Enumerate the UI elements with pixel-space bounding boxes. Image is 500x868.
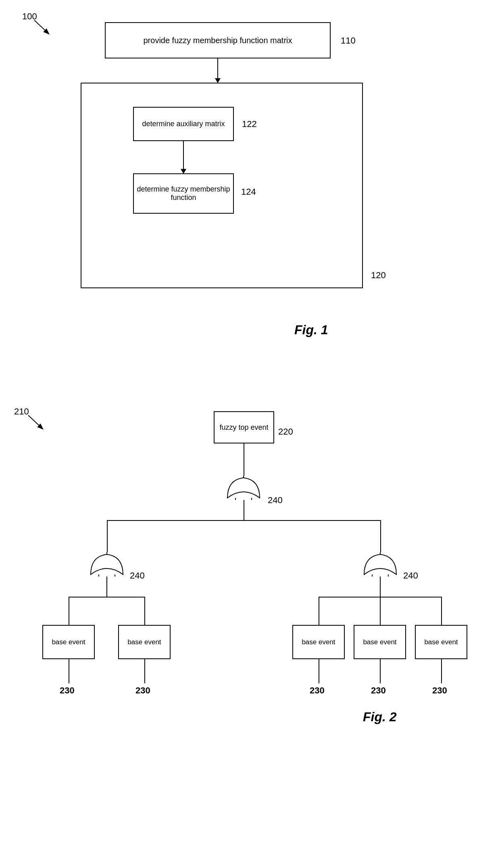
svg-text:100: 100	[22, 11, 37, 21]
label-120: 120	[371, 270, 386, 281]
svg-line-1	[34, 20, 48, 33]
fig1-diagram: 100 provide fuzzy membership function ma…	[0, 0, 500, 383]
box-110-label: provide fuzzy membership function matrix	[143, 36, 292, 45]
line-lbe2-down	[144, 659, 145, 683]
label-230-rbe2: 230	[371, 685, 386, 696]
line-horiz-top	[107, 520, 381, 521]
label-124: 124	[241, 187, 256, 197]
arrow-110-to-120	[217, 58, 218, 83]
fig1-caption: Fig. 1	[294, 323, 328, 337]
gate-240-top	[223, 476, 264, 500]
box-lbe2-label: base event	[127, 638, 161, 646]
box-rbe2-label: base event	[363, 638, 396, 646]
label-220: 220	[278, 427, 293, 437]
line-rbe2-down	[380, 659, 381, 683]
svg-line-3	[28, 415, 42, 429]
line-rbe1-up	[319, 597, 319, 625]
box-base-rbe2: base event	[354, 625, 406, 659]
label-230-lbe2: 230	[135, 685, 150, 696]
line-rbe2-up	[380, 597, 381, 625]
label-240-top: 240	[268, 495, 283, 506]
label-122: 122	[242, 119, 257, 129]
box-220: fuzzy top event	[214, 411, 274, 443]
label-210: 210	[14, 406, 50, 436]
line-gate-top	[244, 500, 244, 520]
line-right-gate-down	[380, 577, 381, 597]
line-right-branch	[380, 520, 381, 552]
line-left-branch	[107, 520, 108, 552]
label-230-rbe3: 230	[432, 685, 447, 696]
line-left-gate-down	[106, 577, 107, 597]
fig2-caption: Fig. 2	[363, 710, 397, 724]
label-240-left: 240	[130, 570, 145, 581]
line-lbe1-down	[69, 659, 69, 683]
line-rbe3-up	[441, 597, 442, 625]
box-base-rbe3: base event	[415, 625, 467, 659]
line-lbe1-up	[69, 597, 69, 625]
line-horiz-left	[69, 597, 145, 597]
box-110: provide fuzzy membership function matrix	[105, 22, 331, 58]
line-lbe2-up	[144, 597, 145, 625]
box-rbe3-label: base event	[424, 638, 458, 646]
label-230-rbe1: 230	[310, 685, 325, 696]
box-122-label: determine auxiliary matrix	[142, 120, 225, 128]
arrow-122-to-124	[183, 141, 184, 173]
line-rbe3-down	[441, 659, 442, 683]
box-220-label: fuzzy top event	[219, 423, 268, 432]
box-122: determine auxiliary matrix	[133, 107, 234, 141]
box-base-lbe1: base event	[42, 625, 95, 659]
box-124: determine fuzzy membership function	[133, 173, 234, 214]
label-240-right: 240	[403, 570, 418, 581]
box-rbe1-label: base event	[302, 638, 335, 646]
box-124-label: determine fuzzy membership function	[134, 185, 233, 202]
line-rbe1-down	[319, 659, 319, 683]
fig2-diagram: 210 fuzzy top event 220	[0, 395, 500, 868]
label-230-lbe1: 230	[60, 685, 75, 696]
label-110: 110	[341, 35, 356, 46]
gate-240-left	[87, 552, 127, 577]
box-base-rbe1: base event	[292, 625, 345, 659]
gate-240-right	[360, 552, 400, 577]
label-100: 100	[22, 11, 58, 41]
box-lbe1-label: base event	[52, 638, 85, 646]
svg-text:210: 210	[14, 406, 29, 416]
box-base-lbe2: base event	[118, 625, 171, 659]
line-220-to-gate	[244, 443, 244, 476]
